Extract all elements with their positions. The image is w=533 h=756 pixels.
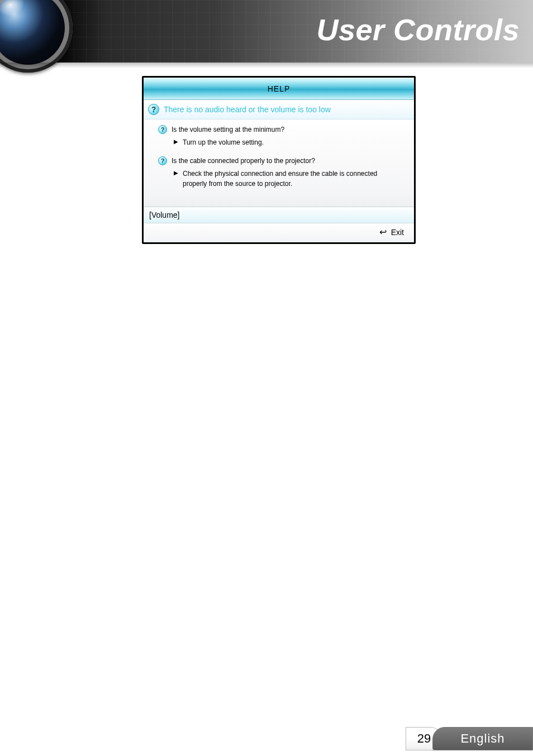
bullet-icon: ▶ xyxy=(174,169,178,178)
page-title: User Controls xyxy=(316,12,520,47)
header-shadow xyxy=(0,63,533,68)
panel-body: ? Is the volume setting at the minimum? … xyxy=(144,119,414,207)
qa-question: Is the volume setting at the minimum? xyxy=(172,126,284,133)
exit-row[interactable]: ↩ Exit xyxy=(144,223,414,242)
question-icon: ? xyxy=(158,156,167,165)
help-osd-panel: HELP ? There is no audio heard or the vo… xyxy=(142,76,416,244)
help-topic-row[interactable]: ? There is no audio heard or the volume … xyxy=(144,100,414,119)
help-topic-text: There is no audio heard or the volume is… xyxy=(164,105,331,114)
bullet-icon: ▶ xyxy=(174,137,178,146)
page-header: User Controls xyxy=(0,0,533,63)
qa-action-text: Turn up the volume setting. xyxy=(183,137,264,147)
qa-question: Is the cable connected properly to the p… xyxy=(172,157,315,165)
qa-action-text: Check the physical connection and ensure… xyxy=(183,169,395,189)
back-arrow-icon: ↩ xyxy=(379,228,387,237)
question-icon: ? xyxy=(148,104,159,115)
language-label: English xyxy=(432,727,533,750)
qa-item: ? Is the volume setting at the minimum? … xyxy=(150,125,407,147)
question-icon: ? xyxy=(158,125,167,134)
panel-title: HELP xyxy=(144,78,414,100)
selected-item-bar[interactable]: [Volume] xyxy=(144,207,414,223)
qa-item: ? Is the cable connected properly to the… xyxy=(150,156,407,189)
exit-label: Exit xyxy=(391,228,404,237)
page-footer: 29 English xyxy=(0,722,533,756)
